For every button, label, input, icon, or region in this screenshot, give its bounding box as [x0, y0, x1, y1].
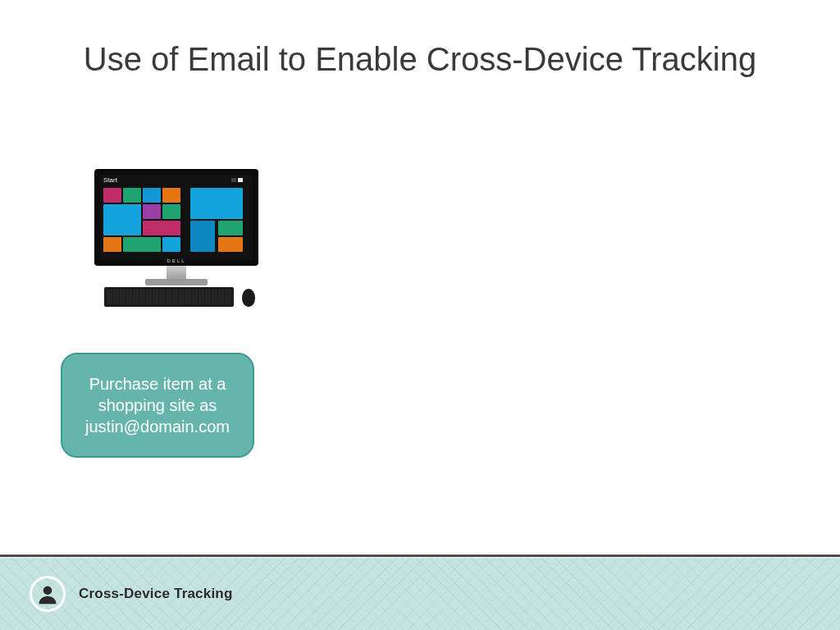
footer-inner: Cross-Device Tracking — [30, 576, 233, 612]
monitor-brand-label: DELL — [94, 258, 258, 263]
svg-point-0 — [43, 586, 52, 595]
monitor-base-icon — [145, 279, 208, 285]
purchase-callout-text: Purchase item at a shopping site as just… — [77, 373, 238, 437]
person-avatar-icon — [30, 576, 66, 612]
desktop-computer-illustration: Start DELL — [94, 169, 258, 308]
person-silhouette-icon — [36, 582, 59, 605]
keyboard-icon — [104, 287, 234, 307]
monitor-screen: Start — [100, 175, 253, 260]
start-tiles-icon — [103, 188, 249, 257]
monitor-bezel: Start DELL — [94, 169, 258, 266]
footer-title: Cross-Device Tracking — [79, 586, 233, 602]
slide: Use of Email to Enable Cross-Device Trac… — [0, 0, 840, 630]
start-label: Start — [103, 176, 117, 184]
footer-divider — [0, 555, 840, 557]
footer: Cross-Device Tracking — [0, 558, 840, 630]
status-indicator-icon — [231, 178, 248, 182]
mouse-icon — [242, 289, 255, 307]
purchase-callout: Purchase item at a shopping site as just… — [61, 353, 254, 458]
slide-title: Use of Email to Enable Cross-Device Trac… — [0, 39, 840, 79]
